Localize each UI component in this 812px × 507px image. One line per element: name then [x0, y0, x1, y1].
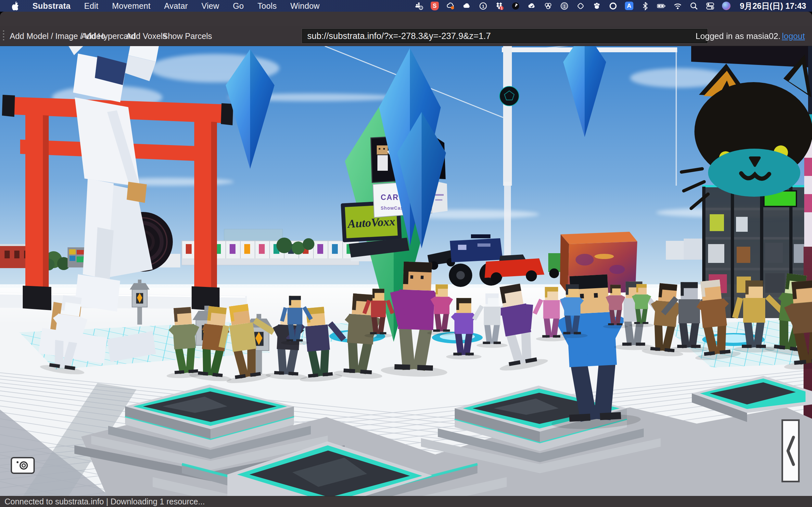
ring-icon[interactable] [609, 2, 617, 10]
toolbar-drag-handle[interactable] [3, 31, 4, 42]
window-title-bar [0, 12, 812, 26]
menu-item-movement[interactable]: Movement [112, 1, 150, 11]
sidekick-letter: S [433, 3, 437, 9]
menu-item-avatar[interactable]: Avatar [164, 1, 188, 11]
clock-app-icon[interactable] [511, 2, 520, 10]
bluetooth-icon[interactable] [641, 2, 650, 10]
chevron-left-icon [785, 431, 797, 470]
control-center-icon[interactable] [706, 2, 715, 10]
svg-text:1: 1 [501, 6, 502, 10]
screenshot-camera-button[interactable] [11, 457, 35, 474]
cloud-sync-icon[interactable] [446, 2, 455, 10]
battery-icon[interactable] [657, 2, 666, 10]
menu-item-tools[interactable]: Tools [258, 1, 277, 11]
toolbar: Add Model / Image / Video Add Hypercard … [0, 26, 812, 46]
cloud-check-icon[interactable] [527, 2, 536, 10]
dropbox-icon[interactable]: 1 [495, 2, 504, 10]
spotlight-icon[interactable] [690, 2, 698, 10]
onedrive-icon[interactable] [462, 2, 471, 10]
siri-icon[interactable] [722, 2, 730, 10]
menu-item-go[interactable]: Go [233, 1, 244, 11]
geodesic-ball [500, 86, 519, 106]
input-source-icon[interactable]: A [625, 2, 633, 10]
circled-one-icon[interactable]: 1 [560, 2, 569, 10]
svg-text:AutoVoxx: AutoVoxx [347, 215, 395, 230]
login-status-text: Logged in as masia02. [696, 31, 781, 41]
connection-status-text: Connected to substrata.info | Downloadin… [5, 497, 205, 506]
docker-icon[interactable] [414, 2, 423, 10]
menu-item-window[interactable]: Window [290, 1, 320, 11]
url-input[interactable] [302, 29, 707, 43]
diamond-icon[interactable] [576, 2, 585, 10]
side-panel-collapse[interactable] [781, 419, 800, 482]
add-voxels-button[interactable]: Add Voxels [126, 26, 167, 46]
svg-text:1: 1 [482, 4, 484, 8]
show-parcels-button[interactable]: Show Parcels [162, 26, 212, 46]
world-scene: AutoVoxx PolygonLow CARGO ShowCase [0, 46, 812, 496]
camera-icon [15, 460, 30, 471]
menu-item-edit[interactable]: Edit [84, 1, 98, 11]
svg-text:1: 1 [563, 4, 565, 8]
input-source-letter: A [627, 2, 631, 9]
macos-menu-bar: Substrata Edit Movement Avatar View Go T… [0, 0, 812, 12]
viewport-3d-world[interactable]: AutoVoxx PolygonLow CARGO ShowCase [0, 46, 812, 496]
sidekick-browser-icon[interactable]: S [431, 2, 439, 10]
logout-link[interactable]: logout [782, 31, 805, 41]
menu-item-substrata[interactable]: Substrata [33, 1, 70, 11]
one-password-icon[interactable]: 1 [479, 2, 488, 10]
apple-menu-icon[interactable] [11, 1, 19, 11]
menu-clock[interactable]: 9月26日(日) 17:43 [740, 1, 806, 11]
menu-item-view[interactable]: View [201, 1, 219, 11]
status-bar: Connected to substrata.info | Downloadin… [0, 496, 812, 507]
wifi-icon[interactable] [673, 2, 682, 10]
paw-icon[interactable] [593, 2, 601, 10]
app-circles-icon[interactable] [544, 2, 553, 10]
